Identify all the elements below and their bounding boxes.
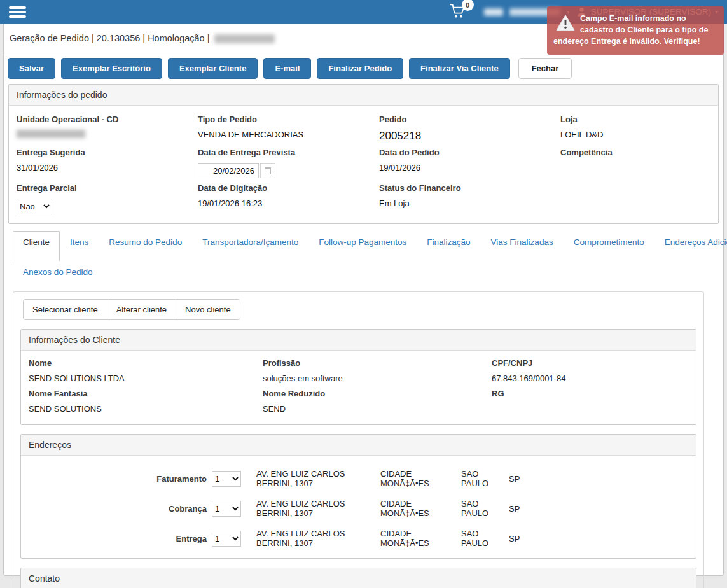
field-label: Pedido: [379, 115, 560, 124]
field-status-financeiro: Status do Financeiro Em Loja: [379, 183, 560, 214]
field-nome-fantasia: Nome Fantasia SEND SOLUTIONS: [29, 389, 263, 414]
contact-title: Contato: [21, 568, 696, 588]
redacted-store-name: [214, 34, 275, 43]
field-value: SEND: [263, 404, 492, 414]
tab-enderecos-adicionais[interactable]: Endereços Adicionais: [654, 231, 727, 257]
main-panel: Geração de Pedido | 20.130356 | Homologa…: [3, 24, 724, 576]
field-entrega-sugerida: Entrega Sugerida 31/01/2026: [17, 148, 198, 178]
address-type-label: Faturamento: [21, 474, 207, 484]
address-city: CIDADE MONÃ‡Ã•ES: [377, 529, 459, 548]
field-loja: Loja LOEIL D&D: [560, 115, 710, 143]
email-button[interactable]: E-mail: [263, 58, 311, 79]
contact-panel: Contato Falar com Email de contato Códig…: [20, 568, 696, 588]
field-entrega-parcial: Entrega Parcial Não: [17, 183, 198, 214]
warning-icon: [556, 14, 575, 31]
redacted-unidade-value: [17, 130, 85, 138]
field-competencia: Competência: [560, 148, 710, 178]
field-value: soluções em software: [263, 374, 492, 383]
new-client-button[interactable]: Novo cliente: [176, 300, 240, 319]
field-profissao: Profissão soluções em software: [263, 358, 492, 384]
select-client-button[interactable]: Selecionar cliente: [24, 300, 107, 319]
field-rg: RG: [492, 389, 688, 414]
client-info-panel: Informações do Cliente Nome SEND SOLUTIO…: [20, 329, 696, 425]
field-label: Entrega Sugerida: [17, 148, 198, 157]
field-value: 19/01/2026: [379, 163, 560, 172]
client-copy-button[interactable]: Exemplar Cliente: [168, 58, 258, 79]
tab-anexos-do-pedido[interactable]: Anexos do Pedido: [13, 261, 103, 285]
calendar-button[interactable]: [260, 163, 275, 178]
field-label: Loja: [560, 115, 710, 124]
field-label: Unidade Operacional - CD: [17, 115, 198, 124]
address-row-cobranca: Cobrança 1 AV. ENG LUIZ CARLOS BERRINI, …: [21, 499, 696, 518]
address-state: SP: [507, 534, 696, 543]
field-nome-reduzido: Nome Reduzido SEND: [263, 389, 492, 414]
field-label: CPF/CNPJ: [492, 358, 688, 368]
field-data-pedido: Data do Pedido 19/01/2026: [379, 148, 560, 178]
menu-icon[interactable]: [9, 4, 26, 20]
address-row-entrega: Entrega 1 AV. ENG LUIZ CARLOS BERRINI, 1…: [21, 529, 696, 548]
close-button[interactable]: Fechar: [518, 58, 572, 79]
finalize-order-button[interactable]: Finalizar Pedido: [317, 58, 403, 79]
addresses-title: Endereços: [21, 435, 696, 456]
field-data-entrega-prevista: Data de Entrega Prevista: [198, 148, 379, 178]
redacted-phone-area-code: [484, 8, 503, 16]
tab-resumo-do-pedido[interactable]: Resumo do Pedido: [99, 231, 192, 257]
address-municipality: SAO PAULO: [459, 469, 507, 488]
tab-finalizacao[interactable]: Finalização: [417, 231, 480, 257]
address-type-label: Cobrança: [21, 504, 207, 514]
error-toast: Campo E-mail informado no cadastro do Cl…: [547, 6, 724, 55]
field-data-digitacao: Data de Digitação 19/01/2026 16:23: [198, 183, 379, 214]
field-label: Data de Entrega Prevista: [198, 148, 379, 157]
client-info-title: Informações do Cliente: [21, 330, 696, 351]
cart-button[interactable]: 0: [450, 3, 466, 20]
addresses-panel: Endereços Faturamento 1 AV. ENG LUIZ CAR…: [20, 434, 696, 559]
delivery-address-select[interactable]: 1: [212, 531, 241, 547]
breadcrumb-text: Geração de Pedido | 20.130356 | Homologa…: [10, 33, 209, 43]
tab-vias-finalizadas[interactable]: Vias Finalizadas: [481, 231, 564, 257]
field-tipo-pedido: Tipo de Pedido VENDA DE MERCADORIAS: [198, 115, 379, 143]
order-info-title: Informações do pedido: [9, 85, 718, 106]
address-street: AV. ENG LUIZ CARLOS BERRINI, 1307: [253, 529, 377, 548]
field-label: Data do Pedido: [379, 148, 560, 157]
address-street: AV. ENG LUIZ CARLOS BERRINI, 1307: [253, 469, 377, 488]
field-label: Data de Digitação: [198, 183, 379, 193]
client-tab-panel: Selecionar cliente Alterar cliente Novo …: [13, 291, 704, 588]
partial-delivery-select[interactable]: Não: [17, 199, 52, 214]
finalize-via-client-button[interactable]: Finalizar Via Cliente: [409, 58, 510, 79]
order-number: 2005218: [379, 130, 560, 143]
field-value: 19/01/2026 16:23: [198, 199, 379, 208]
field-label: Nome Reduzido: [263, 389, 492, 398]
edit-client-button[interactable]: Alterar cliente: [107, 300, 176, 319]
client-action-group: Selecionar cliente Alterar cliente Novo …: [23, 299, 240, 320]
save-button[interactable]: Salvar: [8, 58, 55, 79]
field-value: 67.843.169/0001-84: [492, 374, 688, 383]
field-label: Entrega Parcial: [17, 183, 198, 193]
field-label: Status do Financeiro: [379, 183, 560, 193]
field-value: VENDA DE MERCADORIAS: [198, 130, 379, 139]
tab-cliente[interactable]: Cliente: [13, 231, 60, 261]
delivery-date-input[interactable]: [198, 163, 259, 178]
field-label: Nome Fantasia: [29, 389, 263, 398]
tab-itens[interactable]: Itens: [60, 231, 99, 257]
charging-address-select[interactable]: 1: [212, 501, 241, 517]
office-copy-button[interactable]: Exemplar Escritório: [61, 58, 162, 79]
address-street: AV. ENG LUIZ CARLOS BERRINI, 1307: [253, 499, 377, 518]
tab-transportadora-icamento[interactable]: Transportadora/Içamento: [192, 231, 308, 257]
field-unidade-operacional: Unidade Operacional - CD: [17, 115, 198, 143]
field-value: SEND SOLUTIONS LTDA: [29, 374, 263, 383]
address-municipality: SAO PAULO: [459, 499, 507, 518]
field-value: 31/01/2026: [17, 163, 198, 172]
field-nome: Nome SEND SOLUTIONS LTDA: [29, 358, 263, 384]
address-state: SP: [507, 474, 696, 484]
field-label: Profissão: [263, 358, 492, 368]
tab-comprometimento[interactable]: Comprometimento: [564, 231, 654, 257]
billing-address-select[interactable]: 1: [212, 471, 241, 487]
field-value: Em Loja: [379, 199, 560, 208]
address-city: CIDADE MONÃ‡Ã•ES: [377, 469, 459, 488]
address-row-faturamento: Faturamento 1 AV. ENG LUIZ CARLOS BERRIN…: [21, 469, 696, 488]
address-type-label: Entrega: [21, 534, 207, 543]
address-municipality: SAO PAULO: [459, 529, 507, 548]
calendar-icon: [265, 167, 271, 174]
tab-bar: Cliente Itens Resumo do Pedido Transport…: [13, 231, 717, 285]
tab-followup-pagamentos[interactable]: Follow-up Pagamentos: [308, 231, 417, 257]
